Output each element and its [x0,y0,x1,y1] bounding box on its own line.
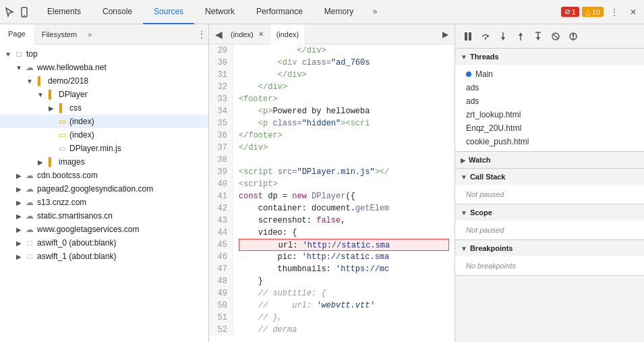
call-stack-content: Not paused [455,185,644,204]
main-toolbar: Elements Console Sources Network Perform… [0,0,644,24]
folder-icon-dplayer: ▌ [46,90,57,99]
page-icon-aswift1: □ [24,252,35,261]
tree-item-static[interactable]: ▶ ☁ static.smartisanos.cn [0,209,208,223]
code-line-31: </div> [239,69,449,81]
code-line-34: <p>Powered by helloweba [239,105,449,117]
step-over-button[interactable] [478,29,493,44]
call-stack-section: ▼ Call Stack Not paused [455,169,644,204]
warn-count: 10 [592,8,600,16]
globe-icon-static: ☁ [24,211,35,221]
new-snippet-button[interactable]: ⋮ [195,28,208,41]
step-button[interactable] [531,29,546,44]
tree-item-pagead[interactable]: ▶ ☁ pagead2.googlesyndication.com [0,182,208,196]
tab-filesystem[interactable]: Filesystem [34,24,86,45]
watch-title: Watch [469,156,491,164]
file-icon-index2: ▭ [57,130,67,140]
tree-arrow-dplayer: ▼ [35,91,46,98]
tree-item-helloweba[interactable]: ▼ ☁ www.helloweba.net [0,61,208,74]
close-tab-button[interactable]: ✕ [256,30,266,39]
tree-item-aswift0[interactable]: ▶ □ aswift_0 (about:blank) [0,236,208,250]
code-tab-index2[interactable]: (index) [271,24,305,45]
tree-arrow-aswift1: ▶ [13,253,24,260]
tree-item-googletagservices[interactable]: ▶ ☁ www.googletagservices.com [0,223,208,236]
watch-header[interactable]: ▶ Watch [455,152,644,168]
mobile-icon[interactable] [18,5,31,19]
next-tab-button[interactable]: ▶ [438,28,452,41]
tree-item-aswift1[interactable]: ▶ □ aswift_1 (about:blank) [0,250,208,263]
breakpoints-title: Breakpoints [470,244,513,252]
more-tabs-button[interactable]: » [364,4,386,20]
pause-button[interactable] [461,29,475,44]
tree-item-dplayer[interactable]: ▼ ▌ DPlayer [0,88,208,101]
code-line-35: <p class="hidden"><scri [239,117,449,130]
thread-zrt[interactable]: zrt_lookup.html [455,108,644,121]
thread-ads1[interactable]: ads [455,81,644,94]
tree-arrow-pagead: ▶ [13,186,24,193]
folder-icon-demo: ▌ [35,76,46,86]
step-into-button[interactable] [496,29,510,44]
thread-cookie[interactable]: cookie_push.html [455,135,644,148]
error-badge[interactable]: ⊘ 1 [561,7,579,17]
tree-item-demo[interactable]: ▼ ▌ demo/2018 [0,74,208,88]
scope-header[interactable]: ▼ Scope [455,204,644,221]
svg-point-1 [24,15,25,16]
error-icon: ⊘ [564,7,570,16]
thread-ads2[interactable]: ads [455,94,644,108]
tree-item-images[interactable]: ▶ ▌ images [0,155,208,169]
thread-ads1-label: ads [466,83,479,92]
tab-elements[interactable]: Elements [36,0,92,24]
call-stack-header[interactable]: ▼ Call Stack [455,169,644,185]
warn-badge[interactable]: △ 10 [582,7,604,17]
thread-main-label: Main [475,69,493,79]
thread-ads2-label: ads [466,96,479,106]
main-tab-bar: Elements Console Sources Network Perform… [36,0,561,24]
prev-tab-button[interactable]: ◀ [212,28,225,41]
tree-item-index2[interactable]: ▶ ▭ (index) [0,128,208,142]
tree-label-helloweba: www.helloweba.net [37,63,107,72]
settings-more-button[interactable]: ⋮ [606,4,622,20]
tree-item-cdn[interactable]: ▶ ☁ cdn.bootcss.com [0,169,208,182]
main-indicator [466,72,471,77]
code-line-39: <script src="DPlayer.min.js"></ [239,166,449,178]
tree-item-top[interactable]: ▼ □ top [0,47,208,61]
step-out-button[interactable] [513,29,528,44]
tab-performance[interactable]: Performance [245,0,314,24]
tree-arrow-images: ▶ [35,159,46,166]
devtools-icons [3,5,31,19]
tree-item-dplayermin[interactable]: ▶ ▭ DPlayer.min.js [0,142,208,155]
code-line-42: container: document.getElem [239,202,449,215]
close-devtools-button[interactable]: ✕ [625,4,641,20]
code-line-36: </footer> [239,130,449,142]
cursor-icon[interactable] [3,5,16,19]
tree-label-index1: (index) [69,117,94,126]
tab-sources[interactable]: Sources [143,0,194,24]
tree-label-aswift0: aswift_0 (about:blank) [37,238,116,248]
tree-item-s13[interactable]: ▶ ☁ s13.cnzz.com [0,196,208,209]
tab-console[interactable]: Console [92,0,143,24]
tree-item-index1[interactable]: ▶ ▭ (index) [0,115,208,128]
thread-main[interactable]: Main [455,67,644,81]
tree-label-css: css [69,103,82,113]
call-stack-title: Call Stack [470,173,506,181]
thread-enqz[interactable]: Enqz_20U.html [455,121,644,135]
breakpoints-content: No breakpoints [455,256,644,275]
code-line-30: <div class="ad_760s [239,57,449,69]
file-panel-tabs: Page Filesystem » ⋮ [0,24,208,45]
tree-label-pagead: pagead2.googlesyndication.com [37,184,153,194]
tree-label-aswift1: aswift_1 (about:blank) [37,252,116,261]
pause-on-exceptions-button[interactable] [566,29,581,44]
file-panel-more[interactable]: » [85,30,94,38]
breakpoints-header[interactable]: ▼ Breakpoints [455,240,644,256]
code-line-51: // }, [239,312,449,324]
tab-network[interactable]: Network [194,0,245,24]
deactivate-breakpoints-button[interactable] [548,29,563,44]
code-line-38 [239,154,449,166]
code-tabs: ◀ (index) ✕ (index) ▶ [209,24,455,45]
tab-page[interactable]: Page [0,24,34,45]
tab-memory[interactable]: Memory [314,0,364,24]
code-tab-index1[interactable]: (index) ✕ [225,24,271,45]
code-content[interactable]: 29 30 31 32 33 34 35 36 37 38 39 40 41 4… [209,45,455,342]
tree-item-css[interactable]: ▶ ▌ css [0,101,208,115]
globe-icon-googletagservices: ☁ [24,225,35,234]
threads-header[interactable]: ▼ Threads [455,49,644,65]
